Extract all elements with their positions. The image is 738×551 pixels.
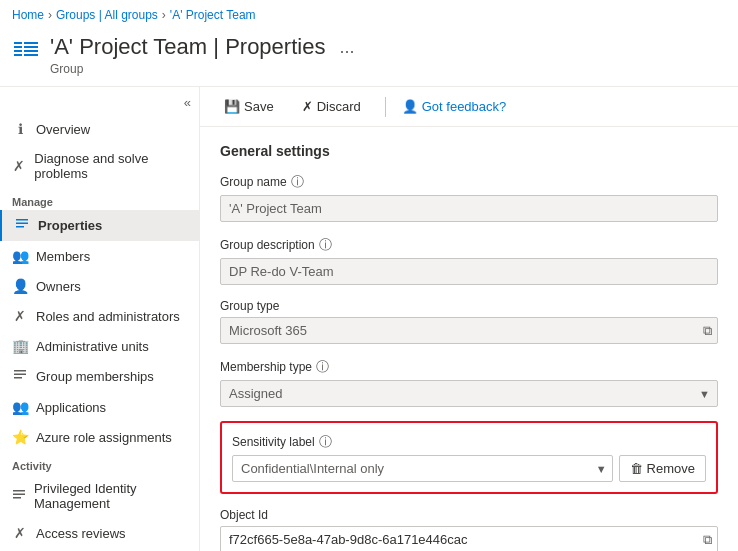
svg-rect-0: [14, 42, 22, 44]
sidebar-item-pim[interactable]: Privileged Identity Management: [0, 474, 199, 518]
membership-type-select-wrapper: Assigned Dynamic User Dynamic Device ▼: [220, 380, 718, 407]
svg-rect-1: [14, 46, 22, 48]
sidebar-item-roles[interactable]: ✗ Roles and administrators: [0, 301, 199, 331]
svg-rect-5: [24, 46, 38, 48]
svg-rect-11: [14, 370, 26, 372]
group-memberships-icon: [12, 368, 28, 385]
pim-icon: [12, 488, 26, 505]
svg-rect-3: [14, 54, 22, 56]
membership-type-field: Membership type ⓘ Assigned Dynamic User …: [220, 358, 718, 407]
applications-icon: 👥: [12, 399, 28, 415]
group-name-input-wrapper: [220, 195, 718, 222]
breadcrumb-home[interactable]: Home: [12, 8, 44, 22]
access-reviews-icon: ✗: [12, 525, 28, 541]
svg-rect-10: [16, 226, 24, 228]
group-name-input[interactable]: [220, 195, 718, 222]
breadcrumb-current[interactable]: 'A' Project Team: [170, 8, 256, 22]
sidebar-item-members[interactable]: 👥 Members: [0, 241, 199, 271]
diagnose-icon: ✗: [12, 158, 26, 174]
membership-type-select[interactable]: Assigned Dynamic User Dynamic Device: [220, 380, 718, 407]
properties-icon: [14, 217, 30, 234]
sidebar-section-manage: Manage Properties 👥 Members 👤 Owners: [0, 188, 199, 452]
object-id-field: Object Id ⧉: [220, 508, 718, 551]
object-id-input[interactable]: [220, 526, 718, 551]
sidebar-section-general: ℹ Overview ✗ Diagnose and solve problems: [0, 114, 199, 188]
page-subtitle: Group: [50, 62, 354, 76]
group-type-wrapper: ⧉: [220, 317, 718, 344]
save-icon: 💾: [224, 99, 240, 114]
sensitivity-input[interactable]: [232, 455, 613, 482]
group-type-label: Group type: [220, 299, 718, 313]
main-layout: « ℹ Overview ✗ Diagnose and solve proble…: [0, 87, 738, 551]
breadcrumb: Home › Groups | All groups › 'A' Project…: [0, 0, 738, 30]
toolbar-divider: [385, 97, 386, 117]
svg-rect-12: [14, 374, 26, 376]
toolbar: 💾 Save ✗ Discard 👤 Got feedback?: [200, 87, 738, 127]
group-name-field: Group name ⓘ: [220, 173, 718, 222]
more-options-button[interactable]: ...: [339, 37, 354, 58]
save-button[interactable]: 💾 Save: [216, 95, 282, 118]
roles-icon: ✗: [12, 308, 28, 324]
discard-icon: ✗: [302, 99, 313, 114]
sidebar-item-overview[interactable]: ℹ Overview: [0, 114, 199, 144]
section-title: General settings: [220, 143, 718, 159]
group-description-input[interactable]: [220, 258, 718, 285]
svg-rect-14: [13, 490, 25, 492]
remove-icon: 🗑: [630, 461, 643, 476]
sidebar-item-access-reviews[interactable]: ✗ Access reviews: [0, 518, 199, 548]
admin-units-icon: 🏢: [12, 338, 28, 354]
svg-rect-16: [13, 497, 21, 499]
discard-button[interactable]: ✗ Discard: [294, 95, 369, 118]
azure-role-icon: ⭐: [12, 429, 28, 445]
svg-rect-7: [24, 54, 38, 56]
svg-rect-6: [24, 50, 38, 52]
svg-rect-4: [24, 42, 38, 44]
group-type-copy-icon[interactable]: ⧉: [703, 323, 712, 339]
group-icon: [12, 36, 40, 71]
page-header: 'A' Project Team | Properties ... Group: [0, 30, 738, 87]
content-area: 💾 Save ✗ Discard 👤 Got feedback? General…: [200, 87, 738, 551]
object-id-label: Object Id: [220, 508, 718, 522]
sidebar: « ℹ Overview ✗ Diagnose and solve proble…: [0, 87, 200, 551]
sidebar-item-azure-role[interactable]: ⭐ Azure role assignments: [0, 422, 199, 452]
svg-rect-8: [16, 219, 28, 221]
membership-type-info-icon[interactable]: ⓘ: [316, 358, 329, 376]
sidebar-item-owners[interactable]: 👤 Owners: [0, 271, 199, 301]
form-area: General settings Group name ⓘ Group desc…: [200, 127, 738, 551]
group-name-label: Group name ⓘ: [220, 173, 718, 191]
object-id-wrapper: ⧉: [220, 526, 718, 551]
sidebar-item-group-memberships[interactable]: Group memberships: [0, 361, 199, 392]
group-type-input[interactable]: [220, 317, 718, 344]
group-type-field: Group type ⧉: [220, 299, 718, 344]
manage-section-label: Manage: [0, 188, 199, 210]
svg-rect-2: [14, 50, 22, 52]
svg-rect-15: [13, 493, 25, 495]
sidebar-section-activity: Activity Privileged Identity Management …: [0, 452, 199, 551]
sensitivity-input-row: ▼ 🗑 Remove: [232, 455, 706, 482]
breadcrumb-groups[interactable]: Groups | All groups: [56, 8, 158, 22]
feedback-button[interactable]: 👤 Got feedback?: [402, 99, 507, 114]
info-icon: ℹ: [12, 121, 28, 137]
sensitivity-info-icon[interactable]: ⓘ: [319, 433, 332, 451]
sidebar-item-applications[interactable]: 👥 Applications: [0, 392, 199, 422]
members-icon: 👥: [12, 248, 28, 264]
feedback-icon: 👤: [402, 99, 418, 114]
svg-rect-9: [16, 223, 28, 225]
sidebar-item-admin-units[interactable]: 🏢 Administrative units: [0, 331, 199, 361]
group-description-field: Group description ⓘ: [220, 236, 718, 285]
page-title: 'A' Project Team | Properties: [50, 34, 325, 60]
group-name-info-icon[interactable]: ⓘ: [291, 173, 304, 191]
activity-section-label: Activity: [0, 452, 199, 474]
group-description-label: Group description ⓘ: [220, 236, 718, 254]
group-description-info-icon[interactable]: ⓘ: [319, 236, 332, 254]
sensitivity-select-wrapper: ▼: [232, 455, 613, 482]
sensitivity-field-label: Sensitivity label ⓘ: [232, 433, 706, 451]
sensitivity-label-section: Sensitivity label ⓘ ▼ 🗑 Remove: [220, 421, 718, 494]
remove-sensitivity-button[interactable]: 🗑 Remove: [619, 455, 706, 482]
object-id-copy-icon[interactable]: ⧉: [703, 532, 712, 548]
sidebar-item-properties[interactable]: Properties: [0, 210, 199, 241]
svg-rect-13: [14, 377, 22, 379]
collapse-button[interactable]: «: [0, 91, 199, 114]
sidebar-item-diagnose[interactable]: ✗ Diagnose and solve problems: [0, 144, 199, 188]
membership-type-label: Membership type ⓘ: [220, 358, 718, 376]
